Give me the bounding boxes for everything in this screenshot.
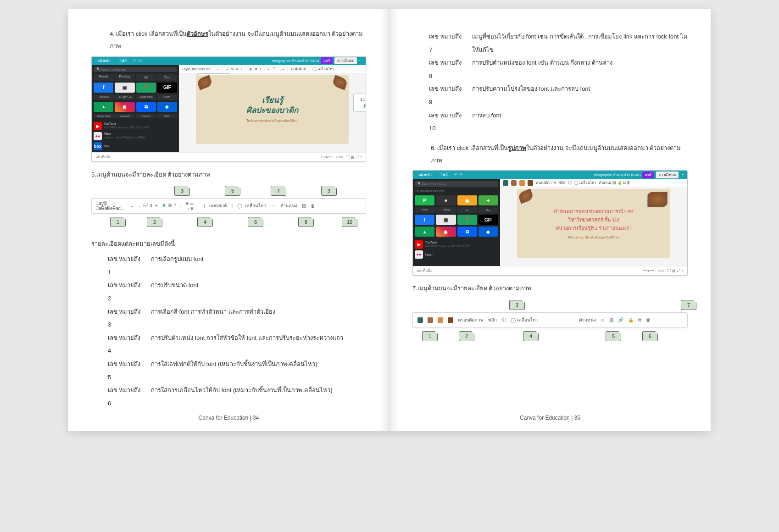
section-7: 7.เมนูด้านบนจะมีรายละเอียด ตัวอย่างตามภา… <box>412 282 688 294</box>
definitions-1-6: เลข 1หมายถึงการเลือกรูปแบบ font เลข 2หมา… <box>91 253 366 410</box>
screenshot-image-selected: หน้าหลักไฟล์↶ ↷ Infographic คำแนะนำการสอ… <box>412 170 688 276</box>
screenshot-text-selected: หน้าหลัก ไฟล์ ↶ ↷ Infographic คำแนะนำการ… <box>91 56 366 162</box>
page-footer-35: Canva for Education | 35 <box>390 415 711 421</box>
para-4: 4. เมื่อเรา click เลือกส่วนที่เป็นตัวอัก… <box>91 28 366 53</box>
canvas-artboard: เรียนรู้ศิลปะของบาติก ฝึกร้องการบาติก ทำ… <box>196 75 349 144</box>
canva-topbar: หน้าหลัก ไฟล์ ↶ ↷ Infographic คำแนะนำการ… <box>92 57 366 65</box>
section-5: 5.เมนูด้านบนจะมีรายละเอียด ตัวอย่างตามภา… <box>91 168 366 181</box>
text-toolbar: Layiji JaRaKeFad...⌄| –57.4+| A BI| ≡≣⋮≡… <box>179 65 366 73</box>
canva-sidebar: 🔍 ค้นหาจาก Canva PexelsPixabayอันอื่นๆ f… <box>92 65 179 152</box>
callout-click: 1.click เลือกตัวอักษร <box>353 94 366 112</box>
definitions-7-10: เลข 7หมายถึงเมนูที่ซ่อนไว้เกี่ยวกับ font… <box>412 30 688 135</box>
page-34: 4. เมื่อเรา click เลือกส่วนที่เป็นตัวอัก… <box>68 9 390 431</box>
page-35: เลข 7หมายถึงเมนูที่ซ่อนไว้เกี่ยวกับ font… <box>390 9 711 431</box>
toolbar-labeled: Layiji JaRaKeFad... ⌄ – 57.4 + A B I | ≡… <box>91 198 366 214</box>
toolbar-diagram-text: Layiji JaRaKeFad... ⌄ – 57.4 + A B I | ≡… <box>91 185 366 229</box>
para-6: 6. เมื่อเรา click เลือกส่วนที่เป็นรูปภาพ… <box>412 142 688 167</box>
page-footer-34: Canva for Education | 34 <box>68 415 389 421</box>
def-title: รายละเอียดแต่ละหมายเลขมีดังนี้ <box>91 238 366 250</box>
toolbar-diagram-image: ครอบตัดภาพ พลิก ⓘ ◯ เคลื่อนไหว ตำแหน่ง ☼… <box>412 299 688 344</box>
book-spread: 4. เมื่อเรา click เลือกส่วนที่เป็นตัวอัก… <box>68 9 711 431</box>
search-input: 🔍 ค้นหาจาก Canva <box>94 67 177 72</box>
